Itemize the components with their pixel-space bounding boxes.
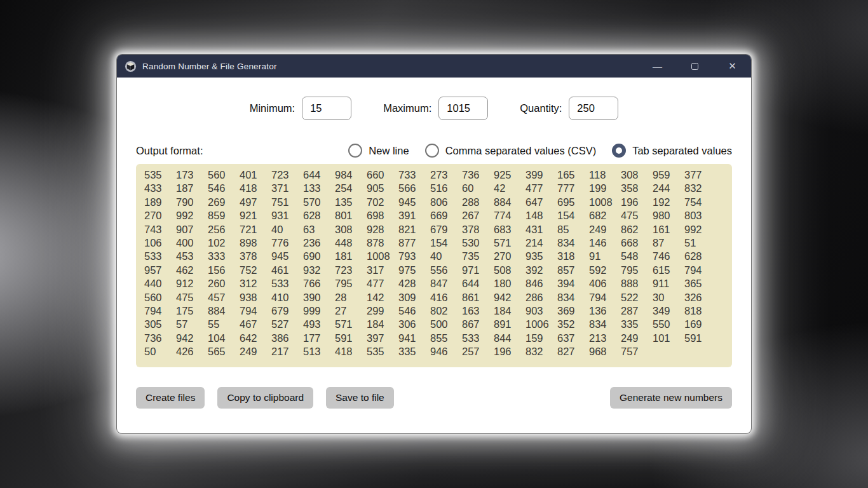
minimum-label: Minimum: (250, 102, 295, 114)
number-row: 189 790 269 497 751 570 135 702 945 806 … (144, 196, 732, 209)
quantity-input[interactable] (569, 97, 618, 120)
number-row: 50 426 565 249 217 513 418 535 335 946 2… (144, 345, 732, 358)
number-row: 560 475 457 938 410 390 28 142 309 416 8… (144, 291, 732, 304)
window-title: Random Number & File Generator (142, 62, 277, 71)
close-button[interactable]: ✕ (714, 55, 751, 78)
radio-tab-separated-icon (612, 144, 626, 158)
number-row: 957 462 156 752 461 932 723 317 975 556 … (144, 264, 732, 277)
number-row: 440 912 260 312 533 766 795 477 428 847 … (144, 277, 732, 290)
maximum-label: Maximum: (383, 102, 431, 114)
minimize-icon: — (653, 61, 662, 72)
window-controls: — ✕ (639, 55, 751, 78)
close-icon: ✕ (728, 60, 736, 72)
output-format-options: New line Comma separated values (CSV) Ta… (348, 144, 732, 158)
minimum-field-group: Minimum: (250, 97, 352, 120)
number-row: 106 400 102 898 776 236 448 878 877 154 … (144, 236, 732, 250)
number-row: 794 175 884 794 679 999 27 299 546 802 1… (144, 304, 732, 318)
maximize-button[interactable] (676, 55, 714, 78)
radio-csv[interactable]: Comma separated values (CSV) (425, 144, 597, 158)
copy-to-clipboard-button[interactable]: Copy to clipboard (217, 387, 313, 409)
title-bar: Random Number & File Generator — ✕ (117, 55, 751, 78)
maximize-icon (691, 63, 698, 70)
radio-tab-separated[interactable]: Tab separated values (612, 144, 732, 158)
quantity-label: Quantity: (520, 102, 562, 114)
numbers-output-area[interactable]: 535 173 560 401 723 644 984 660 733 273 … (136, 164, 732, 367)
maximum-field-group: Maximum: (383, 97, 488, 120)
maximum-input[interactable] (438, 97, 488, 120)
quantity-field-group: Quantity: (520, 97, 618, 120)
radio-tab-separated-label: Tab separated values (632, 145, 732, 157)
radio-csv-icon (425, 144, 439, 158)
create-files-button[interactable]: Create files (136, 387, 205, 409)
radio-csv-label: Comma separated values (CSV) (445, 145, 597, 157)
minimize-button[interactable]: — (639, 55, 676, 78)
app-window: Random Number & File Generator — ✕ Minim… (116, 54, 752, 434)
output-format-row: Output format: New line Comma separated … (136, 144, 732, 158)
number-row: 433 187 546 418 371 133 254 905 566 516 … (144, 182, 732, 195)
radio-new-line[interactable]: New line (348, 144, 409, 158)
number-row: 270 992 859 921 931 628 801 698 391 669 … (144, 209, 732, 222)
number-row: 305 57 55 467 527 493 571 184 306 500 86… (144, 318, 732, 331)
action-buttons: Create files Copy to clipboard Save to f… (136, 387, 732, 409)
number-row: 535 173 560 401 723 644 984 660 733 273 … (144, 168, 732, 182)
number-row: 736 942 104 642 386 177 591 397 941 855 … (144, 332, 732, 345)
number-row: 533 453 333 378 945 690 181 1008 793 40 … (144, 250, 732, 263)
number-row: 743 907 256 721 40 63 308 928 821 679 37… (144, 223, 732, 236)
generate-new-numbers-button[interactable]: Generate new numbers (610, 387, 732, 409)
radio-new-line-label: New line (369, 145, 409, 157)
app-icon (125, 60, 137, 72)
save-to-file-button[interactable]: Save to file (326, 387, 394, 409)
range-fields: Minimum: Maximum: Quantity: (117, 97, 751, 120)
minimum-input[interactable] (302, 97, 351, 120)
output-format-label: Output format: (136, 145, 203, 157)
radio-new-line-icon (348, 144, 362, 158)
